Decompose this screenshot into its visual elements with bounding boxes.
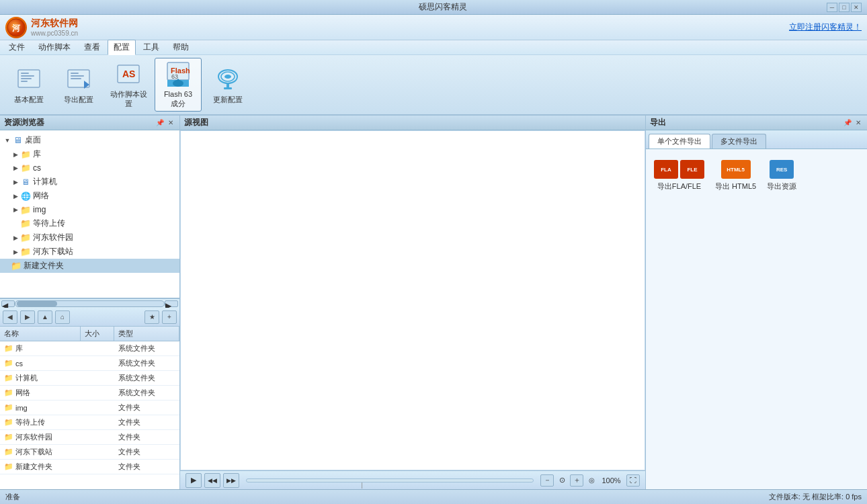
file-size [81, 407, 114, 409]
minimize-button[interactable]: ─ [827, 3, 837, 12]
preview-title: 源视图 [184, 117, 208, 128]
tree-item-desktop[interactable]: ▼ 🖥 桌面 [0, 133, 179, 147]
status-left: 准备 [5, 492, 20, 502]
seek-bar[interactable]: | [246, 478, 534, 482]
toolbar-action-config[interactable]: AS 动作脚本设置 [105, 58, 152, 112]
file-row[interactable]: 📁库 系统文件夹 [0, 341, 179, 356]
tree-label-new-folder: 新建文件夹 [24, 260, 64, 271]
svg-rect-5 [21, 78, 32, 79]
file-toolbar: ◀ ▶ ▲ ⌂ ★ + [0, 308, 179, 327]
tree-expand-cs[interactable]: ▶ [11, 163, 20, 173]
nav-home-btn[interactable]: ⌂ [55, 310, 70, 324]
nav-star-btn[interactable]: ★ [144, 310, 159, 324]
tree-item-upload[interactable]: 📁 等待上传 [0, 216, 179, 230]
tree-expand-computer[interactable]: ▶ [11, 177, 20, 187]
file-size [81, 436, 114, 439]
prev-frame-button[interactable]: ◀◀ [204, 473, 220, 488]
menu-help[interactable]: 帮助 [167, 40, 195, 55]
file-name: 📁河东软件园 [0, 431, 81, 444]
file-row[interactable]: 📁img 文件夹 [0, 401, 179, 415]
tree-item-network[interactable]: ▶ 🌐 网络 [0, 189, 179, 203]
tree-item-hedong-dl[interactable]: ▶ 📁 河东下载站 [0, 245, 179, 259]
svg-text:63: 63 [171, 73, 178, 80]
export-pin-button[interactable]: 📌 [843, 118, 852, 128]
export-tabs: 单个文件导出 多文件导出 [646, 130, 867, 149]
nav-up-btn[interactable]: ▲ [38, 310, 52, 324]
tree-item-library[interactable]: ▶ 📁 库 [0, 147, 179, 161]
file-name: 📁cs [0, 358, 81, 369]
tree-expand-img[interactable]: ▶ [11, 205, 20, 214]
desktop-folder-icon: 🖥 [12, 135, 23, 146]
tree-scroll[interactable]: ▼ 🖥 桌面 ▶ 📁 库 ▶ 📁 cs [0, 133, 179, 295]
file-row[interactable]: 📁河东软件园 文件夹 [0, 430, 179, 445]
menu-view[interactable]: 查看 [78, 40, 106, 55]
tree-expand-hedong-dl[interactable]: ▶ [11, 247, 20, 257]
scroll-thumb[interactable] [17, 301, 57, 306]
toolbar-update-config[interactable]: 更新配置 [204, 58, 251, 112]
tree-expand-network[interactable]: ▶ [11, 192, 20, 201]
file-type: 文件夹 [114, 460, 179, 473]
menu-bar: 文件 动作脚本 查看 配置 工具 帮助 [0, 40, 867, 55]
logo-main-title: 河东软件网 [31, 17, 78, 30]
panel-controls: 📌 ✕ [155, 118, 175, 128]
menu-config[interactable]: 配置 [108, 40, 136, 55]
tree-item-cs[interactable]: ▶ 📁 cs [0, 161, 179, 175]
play-button[interactable]: ▶ [185, 473, 202, 488]
toolbar-flash[interactable]: Flash 63 Flash 63成分 [155, 58, 202, 112]
file-name: 📁img [0, 402, 81, 413]
scroll-right-btn[interactable]: ▶ [165, 300, 178, 307]
tree-item-new-folder[interactable]: 📁 新建文件夹 [0, 259, 179, 273]
file-row[interactable]: 📁计算机 系统文件夹 [0, 371, 179, 386]
horizontal-scrollbar[interactable]: ◀ ▶ [0, 298, 179, 308]
file-type: 系统文件夹 [114, 386, 179, 399]
logo-area: 河 河东软件网 www.pc0359.cn [5, 17, 78, 38]
file-row[interactable]: 📁等待上传 文件夹 [0, 415, 179, 430]
library-icon: 📁 [20, 149, 31, 160]
scroll-track[interactable] [15, 300, 165, 307]
tree-label-img: img [33, 205, 46, 214]
register-link[interactable]: 立即注册闪客精灵！ [789, 22, 862, 33]
menu-action-script[interactable]: 动作脚本 [32, 40, 77, 55]
left-panel: 资源浏览器 📌 ✕ ▼ 🖥 桌面 ▶ 📁 [0, 116, 180, 489]
close-button[interactable]: ✕ [851, 3, 862, 12]
file-list-body[interactable]: 📁库 系统文件夹 📁cs 系统文件夹 📁计算机 系统文件夹 📁网络 [0, 341, 179, 489]
export-panel-controls: 📌 ✕ [843, 118, 863, 128]
tree-label-upload: 等待上传 [33, 218, 65, 229]
file-row[interactable]: 📁河东下载站 文件夹 [0, 445, 179, 460]
export-html5-button[interactable]: HTML5 导出 HTML5 [712, 157, 759, 194]
window-title: 硕思闪客精灵 [59, 1, 827, 13]
preview-header: 源视图 [180, 116, 645, 130]
tree-expand-hedong-soft[interactable]: ▶ [11, 233, 20, 243]
export-tab-single[interactable]: 单个文件导出 [649, 134, 710, 149]
tree-label-network: 网络 [33, 190, 49, 202]
scroll-left-btn[interactable]: ◀ [1, 300, 15, 307]
toolbar-basic-config[interactable]: 基本配置 [5, 58, 52, 112]
panel-close-button[interactable]: ✕ [166, 118, 175, 128]
file-size [81, 451, 114, 454]
tree-item-computer[interactable]: ▶ 🖥 计算机 [0, 175, 179, 189]
tree-item-hedong-soft[interactable]: ▶ 📁 河东软件园 [0, 230, 179, 245]
toolbar-export-config[interactable]: 导出配置 [55, 58, 102, 112]
panel-pin-button[interactable]: 📌 [155, 118, 165, 128]
maximize-button[interactable]: □ [839, 3, 850, 12]
tree-expand-library[interactable]: ▶ [11, 150, 20, 159]
export-res-button[interactable]: RES 导出资源 [764, 157, 799, 194]
menu-tools[interactable]: 工具 [137, 40, 165, 55]
nav-back-btn[interactable]: ◀ [3, 310, 17, 324]
nav-forward-btn[interactable]: ▶ [20, 310, 35, 324]
file-name: 📁库 [0, 342, 81, 355]
file-row[interactable]: 📁cs 系统文件夹 [0, 356, 179, 371]
col-type: 类型 [114, 327, 179, 341]
export-close-button[interactable]: ✕ [854, 118, 863, 128]
nav-add-btn[interactable]: + [162, 310, 177, 324]
svg-rect-3 [21, 73, 29, 74]
export-fla-button[interactable]: FLA FLE 导出FLA/FLE [651, 157, 707, 194]
file-list-panel: ◀ ▶ ▲ ⌂ ★ + 名称 大小 类型 📁库 系统文件夹 [0, 308, 179, 489]
export-tab-multi[interactable]: 多文件导出 [712, 134, 766, 149]
tree-expand-desktop[interactable]: ▼ [3, 136, 12, 145]
menu-file[interactable]: 文件 [3, 40, 31, 55]
file-row[interactable]: 📁新建文件夹 文件夹 [0, 460, 179, 474]
tree-item-img[interactable]: ▶ 📁 img [0, 203, 179, 216]
file-row[interactable]: 📁网络 系统文件夹 [0, 386, 179, 401]
next-frame-button[interactable]: ▶▶ [223, 473, 239, 488]
